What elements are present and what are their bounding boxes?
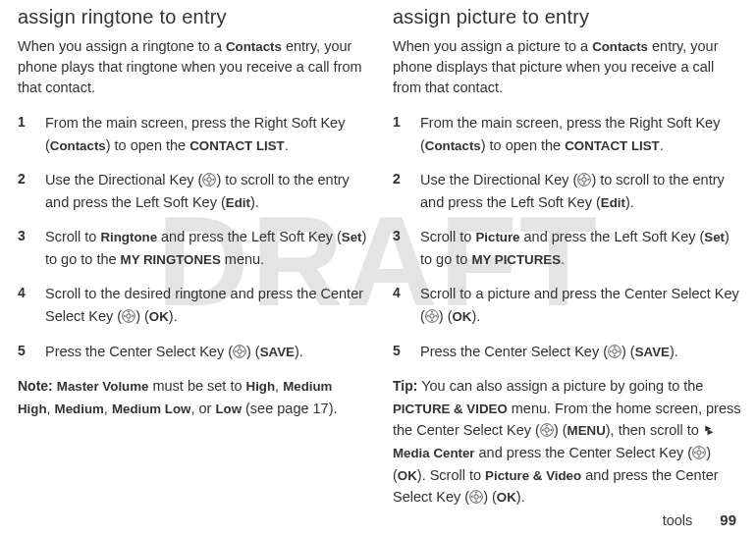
text-bold: OK [497,490,516,505]
text-bold: OK [149,309,169,324]
text-bold: MENU [567,423,606,438]
step-body: From the main screen, press the Right So… [420,112,742,156]
footer-page-number: 99 [720,511,736,528]
step-item: 1From the main screen, press the Right S… [393,112,742,156]
step-number: 3 [18,226,45,270]
text: ). [250,194,259,210]
step-item: 3Scroll to Picture and press the Left So… [393,226,742,270]
text-bold: Picture [475,230,519,244]
text: ) ( [135,308,149,324]
text: ) ( [439,308,453,324]
text: ). Scroll to [417,467,485,483]
text: ). [670,344,678,359]
text: ). [471,308,480,324]
directional-key-icon [540,423,554,437]
text-bold: SAVE [635,345,670,359]
text: Scroll to the desired ringtone and press… [45,286,363,323]
text-bold: Set [342,230,362,244]
step-body: Press the Center Select Key () (SAVE). [420,341,742,363]
right-heading: assign picture to entry [393,6,742,28]
directional-key-icon [577,173,591,187]
text: , [275,378,283,394]
step-item: 1From the main screen, press the Right S… [18,112,367,156]
page-columns: assign ringtone to entry When you assign… [0,0,756,509]
text: , [104,401,112,416]
directional-key-icon [469,490,483,504]
svg-point-5 [238,348,242,352]
step-item: 3Scroll to Ringtone and press the Left S… [18,226,367,270]
text: ), then scroll to [606,422,703,438]
text-bold: Master Volume [57,379,149,394]
footer-section: tools [663,512,693,528]
page-footer: tools 99 [663,511,736,528]
right-column: assign picture to entry When you assign … [393,6,742,509]
text: and press the Center Select Key ( [475,445,693,460]
text: ) ( [246,344,260,359]
text: ). [625,194,634,210]
step-body: Press the Center Select Key () (SAVE). [45,341,367,363]
step-body: Scroll to a picture and press the Center… [420,283,742,327]
text-bold: Contacts [226,39,282,54]
right-intro: When you assign a picture to a Contacts … [393,36,742,98]
svg-point-3 [127,314,131,318]
text: Scroll to [45,229,100,244]
tip-label: Tip: [393,378,417,394]
text: ) ( [483,489,497,505]
step-body: Use the Directional Key () to scroll to … [420,169,742,213]
media-center-icon [703,424,715,436]
svg-point-17 [474,495,478,499]
svg-point-7 [582,178,586,182]
text-bold: Contacts [425,138,481,153]
left-heading: assign ringtone to entry [18,6,367,28]
text-bold: Ringtone [100,230,157,244]
text: When you assign a picture to a [393,38,592,54]
step-item: 5Press the Center Select Key () (SAVE). [18,341,367,363]
text: When you assign a ringtone to a [18,38,226,54]
text: , or [190,401,215,416]
svg-point-9 [430,314,434,318]
text-bold: Set [704,230,725,244]
text-bold: MY PICTURES [471,252,561,267]
left-intro: When you assign a ringtone to a Contacts… [18,36,367,98]
svg-point-11 [613,348,617,352]
text-bold: OK [453,309,472,324]
text-bold: Medium Low [112,402,191,416]
text: You can also assign a picture by going t… [417,378,703,394]
text: Press the Center Select Key ( [45,344,233,359]
left-steps: 1From the main screen, press the Right S… [18,112,367,362]
step-number: 4 [393,283,420,327]
directional-key-icon [425,309,439,323]
text: ) ( [554,422,567,438]
text-bold: SAVE [260,345,295,359]
svg-point-1 [207,178,211,182]
text-bold: OK [398,468,417,483]
step-number: 1 [18,112,45,156]
step-number: 2 [393,169,420,213]
text: ). [169,308,178,324]
step-number: 1 [393,112,420,156]
text: , [47,401,55,416]
step-number: 5 [393,341,420,363]
step-item: 5Press the Center Select Key () (SAVE). [393,341,742,363]
svg-point-13 [545,428,549,432]
text: must be set to [148,378,245,394]
text-bold: CONTACT LIST [189,138,285,153]
directional-key-icon [202,173,216,187]
text-bold: Medium [55,402,104,416]
text-bold: PICTURE & VIDEO [393,402,508,416]
text: Press the Center Select Key ( [420,344,608,359]
text-bold: MY RINGTONES [121,252,221,267]
text-bold: Contacts [592,39,648,54]
step-number: 5 [18,341,45,363]
text: ) to open the [106,137,189,153]
text: Use the Directional Key ( [45,172,202,188]
step-number: 3 [393,226,420,270]
directional-key-icon [122,309,135,323]
step-body: From the main screen, press the Right So… [45,112,367,156]
directional-key-icon [692,446,706,459]
text: ). [516,489,525,505]
step-item: 2Use the Directional Key () to scroll to… [393,169,742,213]
step-item: 4Scroll to a picture and press the Cente… [393,283,742,327]
text: menu. [221,251,264,267]
text: ). [295,344,303,359]
